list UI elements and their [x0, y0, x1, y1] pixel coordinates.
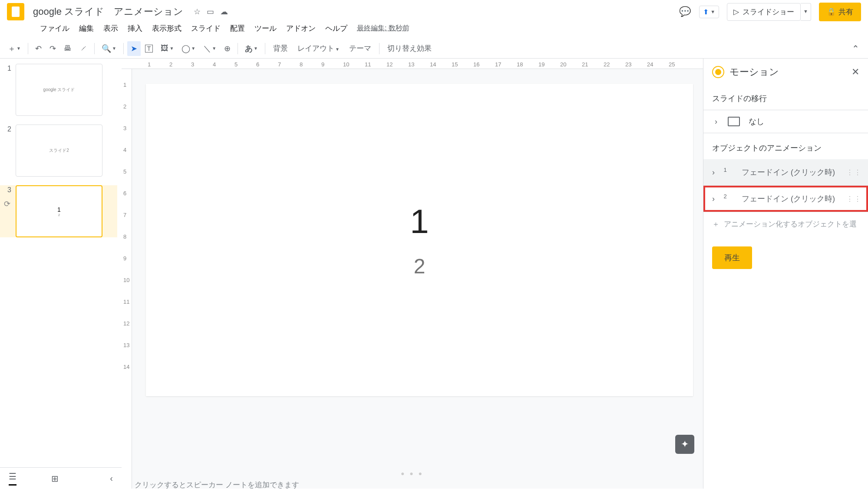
- add-animation-button[interactable]: ＋ アニメーション化するオブジェクトを選: [703, 212, 868, 236]
- new-slide-button[interactable]: ＋▼: [4, 41, 24, 56]
- animation-row-2[interactable]: › 2 フェードイン (クリック時) ⋮⋮: [703, 186, 868, 212]
- play-animations-button[interactable]: 再生: [712, 246, 752, 269]
- document-title[interactable]: google スライド アニメーション: [31, 4, 185, 19]
- animation-order-number: 2: [722, 193, 729, 200]
- speaker-notes-drag-handle[interactable]: ● ● ●: [122, 471, 703, 476]
- thumb-preview: スライド2: [16, 125, 102, 177]
- toolbar: ＋▼ ↶ ↷ 🖶 ⟋ 🔍▼ ➤ T 🖼▼ ◯▼ ＼▼ ⊕ あ▼ 背景 レイアウト…: [0, 39, 868, 59]
- grid-view-button[interactable]: ⊞: [51, 473, 59, 484]
- horizontal-ruler: 1234567891011121314151617181920212223242…: [122, 59, 703, 69]
- play-icon: ▷: [733, 7, 739, 16]
- transition-value: なし: [749, 116, 764, 127]
- comment-history-icon[interactable]: 💬: [678, 5, 691, 18]
- motion-panel-title: モーション: [729, 66, 779, 79]
- menu-help[interactable]: ヘルプ: [321, 22, 352, 35]
- menu-edit[interactable]: 編集: [75, 22, 98, 35]
- filmstrip-bottom-bar: ☰ ⊞ ‹: [0, 467, 122, 489]
- collapse-filmstrip-button[interactable]: ‹: [110, 473, 113, 483]
- add-animation-label: アニメーション化するオブジェクトを選: [724, 219, 857, 229]
- menu-addons[interactable]: アドオン: [282, 22, 320, 35]
- transition-row[interactable]: › なし: [703, 110, 868, 133]
- close-panel-button[interactable]: ✕: [851, 66, 859, 78]
- menu-insert[interactable]: 挿入: [123, 22, 147, 35]
- slideshow-label: スライドショー: [743, 7, 794, 17]
- filmstrip: 1 google スライド 2 スライド2 3 1 2 ⟳: [0, 59, 122, 489]
- lock-icon: 🔒: [827, 7, 836, 16]
- drag-handle-icon[interactable]: ⋮⋮: [846, 195, 862, 203]
- transition-section-label: スライドの移行: [703, 84, 868, 110]
- canvas-area: 1234567891011121314151617181920212223242…: [122, 59, 703, 489]
- shape-tool[interactable]: ◯▼: [178, 41, 199, 56]
- object-animation-section-label: オブジェクトのアニメーション: [703, 133, 868, 159]
- cloud-status-icon[interactable]: ☁: [220, 7, 228, 16]
- arrow-up-icon: ⬆: [703, 8, 709, 16]
- collapse-toolbar-button[interactable]: ⌃: [848, 42, 864, 56]
- ime-button[interactable]: あ▼: [241, 41, 261, 56]
- image-tool[interactable]: 🖼▼: [157, 41, 177, 56]
- menu-format[interactable]: 表示形式: [148, 22, 186, 35]
- chevron-right-icon: ›: [712, 117, 720, 126]
- drag-handle-icon[interactable]: ⋮⋮: [846, 168, 862, 177]
- slide-thumb-1[interactable]: 1 google スライド: [4, 64, 117, 116]
- slide-subtitle-text[interactable]: 2: [414, 254, 426, 278]
- chevron-down-icon: ▼: [710, 9, 715, 14]
- menu-file[interactable]: ファイル: [36, 22, 74, 35]
- add-comment-button[interactable]: ⊕: [221, 41, 234, 56]
- slide-canvas[interactable]: 1 2: [146, 84, 693, 396]
- textbox-tool[interactable]: T: [142, 41, 157, 56]
- slide-title-text[interactable]: 1: [410, 202, 429, 241]
- animation-order-number: 1: [722, 167, 729, 173]
- move-icon[interactable]: ▭: [207, 7, 214, 16]
- filmstrip-view-button[interactable]: ☰: [9, 471, 17, 486]
- background-button[interactable]: 背景: [269, 42, 292, 55]
- line-tool[interactable]: ＼▼: [200, 41, 220, 56]
- undo-button[interactable]: ↶: [32, 41, 45, 56]
- select-tool[interactable]: ➤: [127, 41, 141, 56]
- chevron-right-icon: ›: [710, 168, 717, 177]
- menu-slide[interactable]: スライド: [187, 22, 225, 35]
- speaker-notes[interactable]: クリックするとスピーカー ノートを追加できます: [122, 476, 703, 489]
- animation-label: フェードイン (クリック時): [742, 167, 835, 177]
- thumb-preview: google スライド: [16, 64, 102, 116]
- animation-row-1[interactable]: › 1 フェードイン (クリック時) ⋮⋮: [703, 159, 868, 186]
- star-icon[interactable]: ☆: [194, 7, 201, 16]
- zoom-button[interactable]: 🔍▼: [98, 41, 120, 56]
- slide-thumb-2[interactable]: 2 スライド2: [4, 125, 117, 177]
- paint-format-button[interactable]: ⟋: [76, 41, 91, 56]
- menu-bar: ファイル 編集 表示 挿入 表示形式 スライド 配置 ツール アドオン ヘルプ …: [0, 20, 868, 39]
- last-edit-link[interactable]: 最終編集: 数秒前: [357, 24, 409, 33]
- share-label: 共有: [838, 7, 853, 17]
- layout-button[interactable]: レイアウト▼: [293, 42, 344, 55]
- plus-icon: ＋: [712, 219, 719, 229]
- motion-panel: モーション ✕ スライドの移行 › なし オブジェクトのアニメーション › 1 …: [703, 59, 868, 489]
- theme-button[interactable]: テーマ: [345, 42, 376, 55]
- explore-button[interactable]: ✦: [675, 435, 694, 454]
- slide-thumb-3[interactable]: 3 1 2 ⟳: [0, 185, 117, 237]
- chevron-right-icon: ›: [710, 194, 717, 203]
- share-button[interactable]: 🔒 共有: [819, 3, 861, 21]
- print-button[interactable]: 🖶: [60, 41, 75, 56]
- transition-button[interactable]: 切り替え効果: [383, 42, 436, 55]
- slideshow-dropdown[interactable]: ▼: [801, 3, 811, 21]
- menu-tools[interactable]: ツール: [250, 22, 281, 35]
- animation-label: フェードイン (クリック時): [742, 194, 835, 204]
- menu-arrange[interactable]: 配置: [226, 22, 249, 35]
- redo-button[interactable]: ↷: [46, 41, 59, 56]
- slideshow-button[interactable]: ▷ スライドショー: [727, 3, 801, 21]
- slide-icon: [728, 117, 740, 126]
- present-upload-button[interactable]: ⬆ ▼: [699, 6, 719, 18]
- canvas-viewport[interactable]: 1 2 ✦: [122, 69, 703, 471]
- thumb-preview: 1 2 ⟳: [16, 185, 102, 237]
- title-bar: google スライド アニメーション ☆ ▭ ☁ 💬 ⬆ ▼ ▷ スライドショ…: [0, 0, 868, 20]
- slides-logo[interactable]: [7, 3, 24, 20]
- motion-icon: [712, 66, 724, 78]
- animation-indicator-icon: ⟳: [4, 199, 10, 209]
- menu-view[interactable]: 表示: [99, 22, 122, 35]
